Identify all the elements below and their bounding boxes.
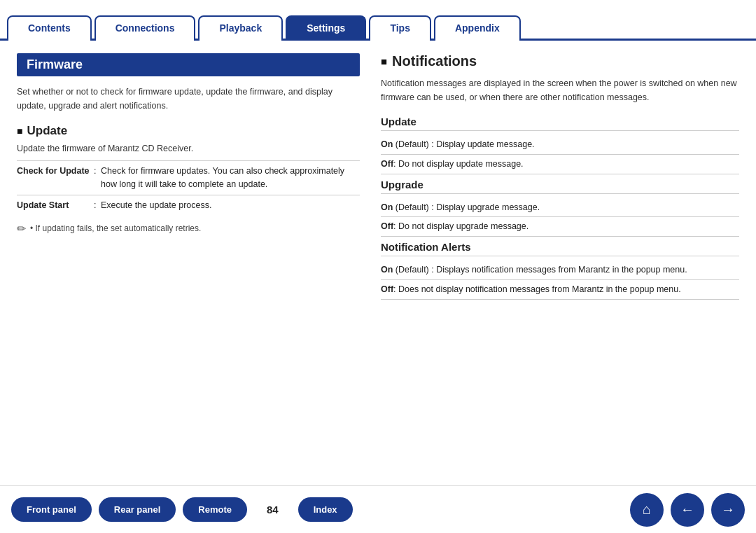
forward-icon: → bbox=[721, 501, 735, 518]
check-for-update-label: Check for Update bbox=[17, 165, 94, 191]
update-start-row: Update Start : Execute the update proces… bbox=[17, 195, 360, 216]
back-button[interactable]: ← bbox=[671, 493, 704, 527]
remote-button[interactable]: Remote bbox=[183, 497, 247, 522]
front-panel-button[interactable]: Front panel bbox=[11, 497, 92, 522]
left-column: Firmware Set whether or not to check for… bbox=[17, 53, 360, 478]
upgrade-on-label: On bbox=[381, 202, 393, 212]
tab-contents[interactable]: Contents bbox=[7, 15, 92, 41]
tab-bar: Contents Connections Playback Settings T… bbox=[0, 0, 756, 41]
page-number: 84 bbox=[267, 504, 279, 515]
main-content: Firmware Set whether or not to check for… bbox=[0, 41, 756, 485]
upgrade-on-desc: (Default) : Display upgrade message. bbox=[396, 202, 540, 212]
update-on-row: On (Default) : Display update message. bbox=[381, 135, 739, 155]
back-icon: ← bbox=[680, 501, 694, 518]
update-start-label: Update Start bbox=[17, 199, 94, 212]
note-text: • If updating fails, the set automatical… bbox=[30, 222, 201, 235]
notifications-heading: Notifications bbox=[381, 53, 739, 69]
tab-tips[interactable]: Tips bbox=[369, 15, 431, 41]
bottom-bar: Front panel Rear panel Remote 84 Index ⌂… bbox=[0, 485, 756, 533]
pencil-icon: ✏ bbox=[17, 222, 26, 235]
forward-button[interactable]: → bbox=[711, 493, 745, 527]
alerts-on-row: On (Default) : Displays notification mes… bbox=[381, 261, 739, 280]
tab-connections[interactable]: Connections bbox=[94, 15, 196, 41]
bottom-right-icons: ⌂ ← → bbox=[630, 493, 745, 527]
tab-playback[interactable]: Playback bbox=[198, 15, 283, 41]
check-for-update-desc: Check for firmware updates. You can also… bbox=[101, 165, 360, 191]
notif-alerts-heading: Notification Alerts bbox=[381, 241, 739, 256]
upgrade-off-label: Off bbox=[381, 221, 393, 231]
upgrade-off-row: Off: Do not display upgrade message. bbox=[381, 217, 739, 237]
home-icon: ⌂ bbox=[643, 501, 651, 518]
update-sub: Update the firmware of Marantz CD Receiv… bbox=[17, 144, 360, 153]
firmware-title: Firmware bbox=[17, 53, 360, 76]
update-on-label: On bbox=[381, 139, 393, 149]
upgrade-on-row: On (Default) : Display upgrade message. bbox=[381, 198, 739, 218]
upgrade-off-desc: : Do not display upgrade message. bbox=[393, 221, 528, 231]
firmware-intro: Set whether or not to check for firmware… bbox=[17, 85, 360, 113]
alerts-off-desc: : Does not display notification messages… bbox=[393, 284, 681, 294]
index-button[interactable]: Index bbox=[298, 497, 353, 522]
update-sub-heading: Update bbox=[381, 116, 739, 131]
alerts-on-desc: (Default) : Displays notification messag… bbox=[396, 265, 687, 275]
update-heading: Update bbox=[17, 124, 360, 138]
upgrade-sub-heading: Upgrade bbox=[381, 179, 739, 194]
alerts-on-label: On bbox=[381, 265, 393, 275]
update-on-desc: (Default) : Display update message. bbox=[396, 139, 535, 149]
alerts-off-row: Off: Does not display notification messa… bbox=[381, 280, 739, 300]
update-off-desc: : Do not display update message. bbox=[393, 159, 524, 169]
note-area: ✏ • If updating fails, the set automatic… bbox=[17, 222, 360, 235]
tab-appendix[interactable]: Appendix bbox=[434, 15, 521, 41]
tab-settings[interactable]: Settings bbox=[286, 15, 366, 41]
update-start-desc: Execute the update process. bbox=[101, 199, 360, 212]
right-column: Notifications Notification messages are … bbox=[381, 53, 739, 478]
home-button[interactable]: ⌂ bbox=[630, 493, 664, 527]
update-off-row: Off: Do not display update message. bbox=[381, 155, 739, 174]
update-off-label: Off bbox=[381, 159, 393, 169]
rear-panel-button[interactable]: Rear panel bbox=[99, 497, 176, 522]
bottom-nav-buttons: Front panel Rear panel Remote 84 Index bbox=[11, 497, 353, 522]
check-for-update-row: Check for Update : Check for firmware up… bbox=[17, 160, 360, 195]
notif-intro: Notification messages are displayed in t… bbox=[381, 76, 739, 104]
alerts-off-label: Off bbox=[381, 284, 393, 294]
